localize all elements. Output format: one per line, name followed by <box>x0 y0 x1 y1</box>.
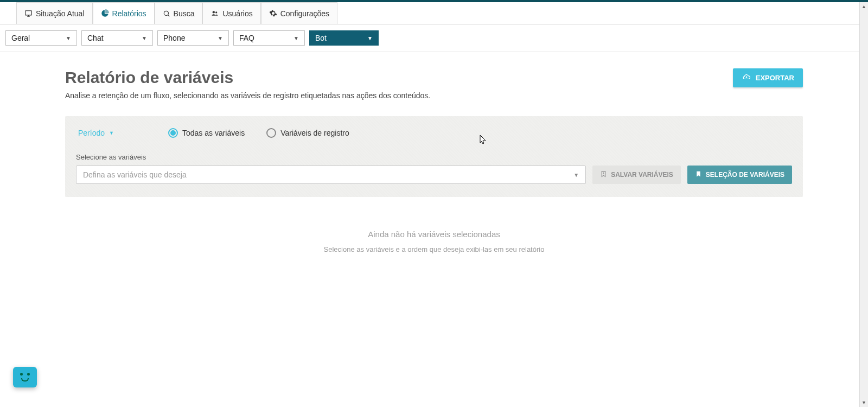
scroll-track[interactable] <box>860 11 868 398</box>
caret-down-icon: ▼ <box>66 35 71 41</box>
page-title: Relatório de variáveis <box>65 68 430 87</box>
tab-usuarios[interactable]: Usuários <box>202 2 260 24</box>
export-button[interactable]: EXPORTAR <box>733 68 803 87</box>
select-row: Defina as variáveis que deseja ▼ SALVAR … <box>76 166 792 184</box>
radio-group: Todas as variáveis Variáveis de registro <box>168 128 349 138</box>
tab-label: Relatórios <box>112 9 146 18</box>
save-variables-button[interactable]: SALVAR VARIÁVEIS <box>592 166 681 184</box>
page-header: Relatório de variáveis Analise a retençã… <box>65 68 803 116</box>
nav-tabs: Situação Atual Relatórios Busca Usuários… <box>0 2 868 24</box>
caret-down-icon: ▼ <box>109 130 114 136</box>
variables-select-input[interactable]: Defina as variáveis que deseja ▼ <box>76 166 586 184</box>
filter-label: Phone <box>163 34 185 42</box>
filter-chat[interactable]: Chat ▼ <box>81 30 153 46</box>
caret-down-icon: ▼ <box>367 35 373 41</box>
filter-bot[interactable]: Bot ▼ <box>309 30 379 46</box>
radio-icon <box>168 128 178 138</box>
page-subtitle: Analise a retenção de um fluxo, selecion… <box>65 91 430 100</box>
tab-configuracoes[interactable]: Configurações <box>261 2 337 24</box>
radio-label: Variáveis de registro <box>280 129 349 137</box>
caret-down-icon: ▼ <box>293 35 299 41</box>
gear-icon <box>269 9 277 17</box>
filter-label: Bot <box>315 34 327 42</box>
periodo-dropdown[interactable]: Período ▼ <box>78 129 114 137</box>
filter-label: Chat <box>87 34 104 42</box>
tab-label: Busca <box>174 9 195 18</box>
tab-label: Configurações <box>280 9 329 18</box>
radio-todas-variaveis[interactable]: Todas as variáveis <box>168 128 245 138</box>
bookmark-add-icon <box>600 170 607 179</box>
variable-selection-button[interactable]: SELEÇÃO DE VARIÁVEIS <box>687 166 792 184</box>
main-content: Relatório de variáveis Analise a retençã… <box>0 52 868 253</box>
caret-down-icon: ▼ <box>218 35 223 41</box>
scroll-up-icon[interactable]: ▲ <box>860 2 868 11</box>
radio-label: Todas as variáveis <box>182 129 245 137</box>
filter-panel: Período ▼ Todas as variáveis Variáveis d… <box>65 116 803 197</box>
empty-state: Ainda não há variáveis selecionadas Sele… <box>65 230 803 253</box>
tab-busca[interactable]: Busca <box>155 2 203 24</box>
filter-label: FAQ <box>239 34 254 42</box>
export-label: EXPORTAR <box>756 74 794 82</box>
tab-label: Situação Atual <box>36 9 85 18</box>
search-icon <box>163 10 170 17</box>
cloud-download-icon <box>742 73 751 82</box>
svg-point-3 <box>216 11 218 13</box>
bookmark-icon <box>695 170 702 179</box>
chat-widget-button[interactable] <box>13 367 37 387</box>
filter-phone[interactable]: Phone ▼ <box>157 30 229 46</box>
button-label: SELEÇÃO DE VARIÁVEIS <box>706 171 784 179</box>
tab-label: Usuários <box>222 9 252 18</box>
tab-situacao-atual[interactable]: Situação Atual <box>16 2 93 24</box>
caret-down-icon: ▼ <box>573 172 579 178</box>
filter-top-row: Período ▼ Todas as variáveis Variáveis d… <box>76 128 792 138</box>
tab-relatorios[interactable]: Relatórios <box>93 2 155 24</box>
monitor-icon <box>24 10 33 17</box>
radio-variaveis-registro[interactable]: Variáveis de registro <box>266 128 349 138</box>
caret-down-icon: ▼ <box>142 35 147 41</box>
users-icon <box>210 10 219 17</box>
select-variables-label: Selecione as variáveis <box>76 153 792 161</box>
empty-state-title: Ainda não há variáveis selecionadas <box>65 230 803 239</box>
scroll-down-icon[interactable]: ▼ <box>860 398 868 407</box>
empty-state-subtitle: Selecione as variáveis e a ordem que des… <box>65 245 803 253</box>
radio-icon <box>266 128 276 138</box>
svg-rect-0 <box>25 10 32 15</box>
periodo-label: Período <box>78 129 105 137</box>
filter-label: Geral <box>11 34 30 42</box>
filter-faq[interactable]: FAQ ▼ <box>233 30 305 46</box>
filter-row: Geral ▼ Chat ▼ Phone ▼ FAQ ▼ Bot ▼ <box>0 24 868 52</box>
filter-geral[interactable]: Geral ▼ <box>5 30 77 46</box>
vertical-scrollbar[interactable]: ▲ ▼ <box>859 2 868 407</box>
svg-point-1 <box>164 11 168 15</box>
select-placeholder: Defina as variáveis que deseja <box>83 170 187 179</box>
piechart-icon <box>101 9 109 17</box>
bot-face-icon <box>18 373 31 381</box>
button-label: SALVAR VARIÁVEIS <box>611 171 673 179</box>
svg-point-2 <box>213 11 215 13</box>
